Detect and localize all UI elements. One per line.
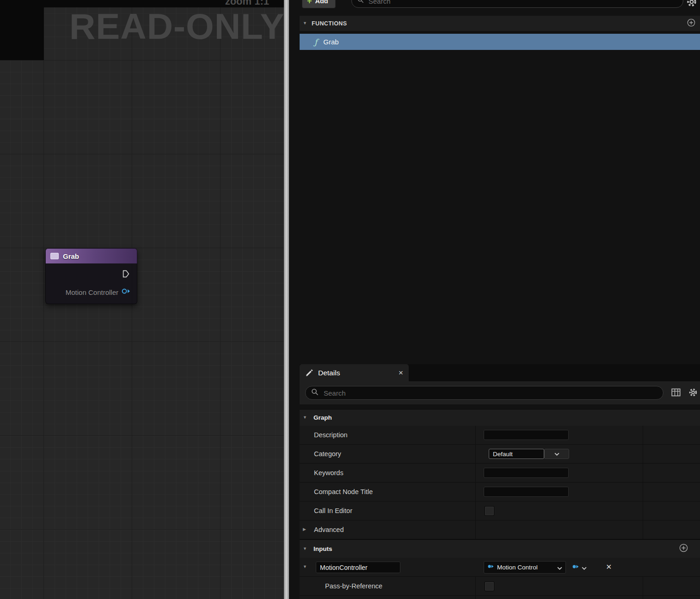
zoom-level-label: zoom 1:1 <box>225 0 269 7</box>
expand-triangle-icon[interactable]: ▶ <box>303 527 306 532</box>
tab-details[interactable]: Details × <box>300 364 409 381</box>
details-search[interactable] <box>305 386 663 400</box>
row-pass-by-reference: Pass-by-Reference <box>300 577 700 596</box>
category-dropdown-button[interactable] <box>544 449 569 459</box>
container-type-selector[interactable] <box>572 563 587 572</box>
row-call-in-editor: Call In Editor <box>300 501 700 520</box>
function-node-icon <box>50 253 59 259</box>
row-input-param: ▼ Motion Control <box>300 558 700 577</box>
compact-node-title-input[interactable] <box>484 487 569 497</box>
chevron-down-icon <box>582 563 587 572</box>
details-tab-bar: Details × <box>300 364 700 381</box>
inputs-section-label: Inputs <box>313 545 332 552</box>
collapse-triangle-icon[interactable]: ▼ <box>303 565 307 569</box>
remove-param-icon[interactable]: × <box>606 561 612 572</box>
row-category: Category <box>300 445 700 464</box>
close-icon[interactable]: × <box>399 369 403 377</box>
keywords-label: Keywords <box>314 469 344 477</box>
add-input-icon[interactable] <box>679 544 688 554</box>
unreal-blueprint-editor: READ-ONLY zoom 1:1 Grab Motion Controlle… <box>0 0 700 599</box>
output-pin-row: Motion Controller <box>66 288 130 296</box>
call-in-editor-checkbox[interactable] <box>485 506 494 516</box>
call-in-editor-label: Call In Editor <box>314 507 352 514</box>
collapse-triangle-icon[interactable]: ▼ <box>303 416 307 420</box>
section-header-inputs[interactable]: ▼ Inputs <box>300 539 700 558</box>
my-blueprint-search[interactable] <box>351 0 683 8</box>
row-advanced[interactable]: ▶ Advanced <box>300 520 700 539</box>
read-only-watermark: READ-ONLY <box>69 6 284 48</box>
row-keywords: Keywords <box>300 464 700 483</box>
details-pencil-icon <box>305 368 313 378</box>
description-input[interactable] <box>484 430 569 440</box>
advanced-label: Advanced <box>314 526 344 533</box>
right-panel: + Add ▼ FUNCTIONS <box>289 0 700 599</box>
exec-output-pin-icon[interactable] <box>123 270 129 280</box>
category-label: Category <box>314 450 341 458</box>
category-input[interactable] <box>489 449 544 459</box>
compact-node-title-label: Compact Node Title <box>314 488 373 495</box>
output-pin-label: Motion Controller <box>66 288 118 296</box>
collapse-triangle-icon[interactable]: ▼ <box>303 21 307 25</box>
search-icon <box>357 0 364 5</box>
row-compact-node-title: Compact Node Title <box>300 483 700 501</box>
keywords-input[interactable] <box>484 468 569 478</box>
node-body: Motion Controller <box>45 263 137 304</box>
collapse-triangle-icon[interactable]: ▼ <box>303 547 307 551</box>
pass-by-reference-checkbox[interactable] <box>485 581 494 591</box>
details-search-input[interactable] <box>323 389 657 397</box>
panel-splitter[interactable] <box>284 0 289 599</box>
function-icon: ƒ <box>314 37 317 47</box>
details-tab-label: Details <box>318 369 340 377</box>
add-function-icon[interactable] <box>687 18 695 29</box>
pass-by-reference-label: Pass-by-Reference <box>325 582 382 590</box>
graph-top-bar: zoom 1:1 <box>0 0 284 7</box>
function-list-item-grab[interactable]: ƒ Grab <box>300 34 700 50</box>
functions-header-label: FUNCTIONS <box>312 20 347 27</box>
object-pin-icon[interactable] <box>122 288 130 296</box>
settings-gear-icon[interactable] <box>686 0 698 10</box>
details-settings-gear-icon[interactable] <box>688 387 698 399</box>
search-icon <box>311 388 319 397</box>
row-partial <box>300 596 700 599</box>
row-description: Description <box>300 426 700 445</box>
add-button-label: Add <box>315 0 328 5</box>
add-button[interactable]: + Add <box>302 0 336 8</box>
param-type-label: Motion Control <box>497 564 554 571</box>
section-header-graph[interactable]: ▼ Graph <box>300 409 700 426</box>
graph-corner-panel <box>0 0 44 60</box>
function-entry-node[interactable]: Grab Motion Controller <box>45 248 137 304</box>
my-blueprint-search-input[interactable] <box>368 0 677 6</box>
chevron-down-icon <box>557 563 562 572</box>
functions-section-header[interactable]: ▼ FUNCTIONS <box>300 16 700 31</box>
node-header[interactable]: Grab <box>45 248 137 263</box>
description-label: Description <box>314 431 348 439</box>
node-title: Grab <box>63 252 79 260</box>
details-search-row <box>300 381 700 404</box>
type-pin-icon <box>487 563 494 572</box>
plus-icon: + <box>307 0 312 5</box>
display-filter-icon[interactable] <box>671 388 681 398</box>
graph-section-label: Graph <box>313 414 332 421</box>
param-name-input[interactable] <box>316 562 400 573</box>
container-type-pin-icon <box>572 563 579 572</box>
param-type-dropdown[interactable]: Motion Control <box>484 561 566 574</box>
blueprint-graph-canvas[interactable]: READ-ONLY zoom 1:1 Grab Motion Controlle… <box>0 0 284 599</box>
function-name: Grab <box>323 38 338 46</box>
